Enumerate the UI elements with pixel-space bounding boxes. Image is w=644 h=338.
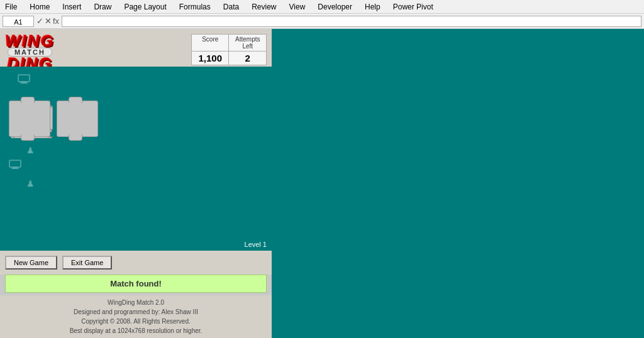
attempts-value: 2 — [229, 52, 266, 65]
menu-insert[interactable]: Insert — [60, 2, 84, 12]
footer-line3: Copyright © 2008. All Rights Reserved. — [3, 317, 269, 326]
formula-bar: A1 ✓ ✕ fx — [0, 14, 644, 29]
puzzle-card-right[interactable] — [57, 101, 98, 137]
footer-line2: Designed and programmed by: Alex Shaw II… — [3, 307, 269, 317]
footer-line1: WingDing Match 2.0 — [3, 298, 269, 307]
cross-icon: ✕ — [45, 16, 52, 26]
person-icon-1: ♟ — [26, 145, 35, 155]
footer: WingDing Match 2.0 Designed and programm… — [0, 295, 272, 338]
right-panel — [272, 29, 644, 338]
score-value: 1,100 — [192, 52, 230, 65]
score-panel: Score Attempts Left 1,100 2 — [191, 34, 267, 65]
match-banner: Match found! — [5, 275, 267, 293]
main-content: WING MATCH DING Score Attempts Left 1,10… — [0, 29, 644, 338]
cell-reference[interactable]: A1 — [3, 16, 34, 27]
attempts-label: Attempts Left — [229, 35, 266, 51]
new-game-button[interactable]: New Game — [5, 256, 57, 270]
menu-view[interactable]: View — [287, 2, 308, 12]
logo-wing: WING — [5, 33, 55, 49]
menu-page-layout[interactable]: Page Layout — [121, 2, 169, 12]
game-panel: WING MATCH DING Score Attempts Left 1,10… — [0, 29, 272, 338]
menu-formulas[interactable]: Formulas — [177, 2, 213, 12]
exit-game-button[interactable]: Exit Game — [62, 256, 112, 270]
logo-area: WING MATCH DING — [5, 33, 55, 72]
buttons-area: New Game Exit Game — [0, 251, 272, 275]
person-icon-2: ♟ — [26, 178, 35, 188]
menu-help[interactable]: Help — [362, 2, 383, 12]
menu-power-pivot[interactable]: Power Pivot — [391, 2, 436, 12]
footer-line4: Best display at a 1024x768 resolution or… — [3, 326, 269, 335]
menu-home[interactable]: Home — [27, 2, 52, 12]
game-area[interactable]: ♟ ♟ Level 1 — [0, 67, 272, 251]
monitor-icon-1 — [18, 74, 30, 86]
fx-symbol: fx — [53, 16, 59, 26]
game-header: WING MATCH DING Score Attempts Left 1,10… — [0, 29, 272, 67]
excel-menubar: File Home Insert Draw Page Layout Formul… — [0, 0, 644, 14]
menu-review[interactable]: Review — [249, 2, 279, 12]
menu-draw[interactable]: Draw — [91, 2, 114, 12]
svg-rect-0 — [18, 75, 30, 82]
score-headers: Score Attempts Left — [192, 35, 266, 52]
formula-icons: ✓ ✕ fx — [36, 16, 59, 26]
score-values: 1,100 2 — [192, 52, 266, 65]
checkmark-icon: ✓ — [36, 16, 43, 26]
puzzle-card-left[interactable] — [9, 101, 50, 137]
menu-file[interactable]: File — [3, 2, 19, 12]
menu-data[interactable]: Data — [221, 2, 242, 12]
monitor-icon-2 — [9, 160, 21, 172]
score-label: Score — [192, 35, 230, 51]
svg-rect-3 — [9, 160, 21, 167]
menu-developer[interactable]: Developer — [315, 2, 355, 12]
level-label: Level 1 — [245, 241, 267, 248]
formula-input[interactable] — [62, 16, 641, 27]
